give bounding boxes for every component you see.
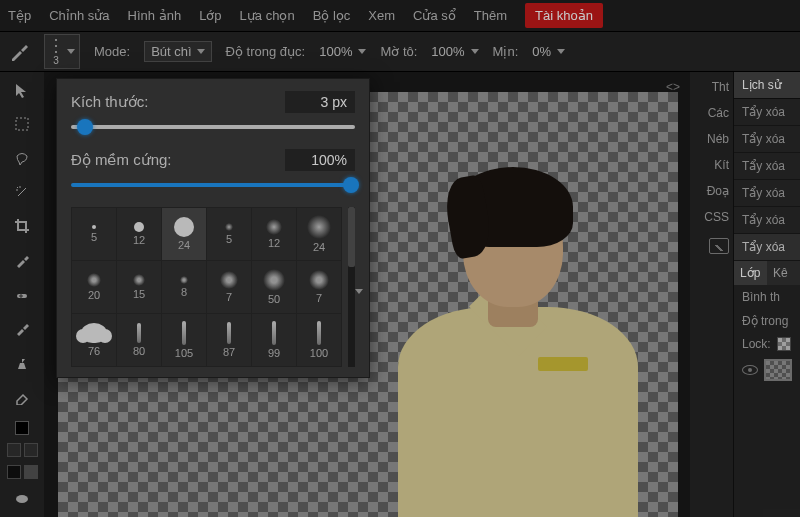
menu-edit[interactable]: Chỉnh sửa	[49, 8, 109, 23]
clone-tool[interactable]	[7, 349, 37, 377]
brush-swatch-icon	[307, 215, 331, 239]
opacity-label: Độ trong đục:	[226, 44, 306, 59]
doc-thumbs[interactable]	[7, 443, 38, 457]
layer-opacity[interactable]: Độ trong	[734, 309, 800, 333]
brush-preset[interactable]: 5	[72, 208, 116, 260]
brush-preset[interactable]: 50	[252, 261, 296, 313]
brush-preset[interactable]: 99	[252, 314, 296, 366]
brush-tool[interactable]	[7, 315, 37, 343]
menu-select[interactable]: Lựa chọn	[240, 8, 295, 23]
history-item[interactable]: Tẩy xóa	[734, 180, 800, 207]
color-swatches[interactable]	[15, 421, 29, 435]
menu-view[interactable]: Xem	[368, 8, 395, 23]
eyedropper-tool[interactable]	[7, 246, 37, 274]
brush-preset[interactable]: 7	[297, 261, 341, 313]
brush-size-number: 20	[88, 289, 100, 301]
history-item[interactable]: Tẩy xóa	[734, 153, 800, 180]
brush-swatch-icon	[225, 223, 233, 231]
brush-swatch-icon	[87, 273, 101, 287]
brush-size-number: 50	[268, 293, 280, 305]
scrollbar[interactable]	[348, 207, 355, 367]
tab-channels[interactable]: Kê	[767, 261, 800, 285]
brush-preset[interactable]: 20	[72, 261, 116, 313]
healing-tool[interactable]	[7, 281, 37, 309]
lasso-tool[interactable]	[7, 144, 37, 172]
smooth-value[interactable]: 0%	[532, 44, 551, 59]
blend-mode[interactable]: Bình th	[734, 285, 800, 309]
flow-value[interactable]: 100%	[431, 44, 464, 59]
hardness-slider[interactable]	[71, 177, 355, 193]
crop-tool[interactable]	[7, 212, 37, 240]
brush-preset[interactable]: 87	[207, 314, 251, 366]
tool-bar	[0, 72, 44, 517]
chevron-down-icon[interactable]	[557, 49, 565, 54]
brush-preset[interactable]: 24	[297, 208, 341, 260]
mini-panel[interactable]: Đoạ	[707, 184, 729, 198]
eraser-tool[interactable]	[7, 383, 37, 411]
brush-preset[interactable]: 105	[162, 314, 206, 366]
mini-panel[interactable]: Kít	[714, 158, 729, 172]
chevron-down-icon[interactable]	[355, 289, 363, 294]
lock-transparency-icon[interactable]	[777, 337, 791, 351]
options-bar: 3 Mode: Bút chì Độ trong đục: 100% Mờ tô…	[0, 32, 800, 72]
visibility-icon[interactable]	[742, 365, 758, 375]
doc-thumbs-2[interactable]	[7, 465, 38, 479]
layer-thumbnail[interactable]	[764, 359, 792, 381]
flow-label: Mờ tô:	[380, 44, 417, 59]
brush-preset[interactable]: 7	[207, 261, 251, 313]
image-icon[interactable]	[709, 238, 729, 254]
shape-tool[interactable]	[7, 485, 37, 513]
mini-panel[interactable]: CSS	[704, 210, 729, 224]
marquee-tool[interactable]	[7, 110, 37, 138]
brush-swatch-icon	[133, 274, 145, 286]
history-item[interactable]: Tẩy xóa	[734, 126, 800, 153]
brush-preset[interactable]: 24	[162, 208, 206, 260]
brush-size-number: 12	[133, 234, 145, 246]
layer-row[interactable]	[734, 355, 800, 385]
brush-size-number: 76	[88, 345, 100, 357]
menu-window[interactable]: Cửa sổ	[413, 8, 456, 23]
brush-swatch-icon	[220, 271, 238, 289]
menu-filter[interactable]: Bộ lọc	[313, 8, 351, 23]
tab-layers[interactable]: Lớp	[734, 261, 767, 285]
menu-more[interactable]: Thêm	[474, 8, 507, 23]
history-item[interactable]: Tẩy xóa	[734, 99, 800, 126]
brush-preset[interactable]: 15	[117, 261, 161, 313]
size-input[interactable]: 3 px	[285, 91, 355, 113]
brush-preset[interactable]: 5	[207, 208, 251, 260]
brush-swatch-icon	[174, 217, 194, 237]
move-tool[interactable]	[7, 76, 37, 104]
menu-file[interactable]: Tệp	[8, 8, 31, 23]
menu-image[interactable]: Hình ảnh	[128, 8, 182, 23]
hardness-input[interactable]: 100%	[285, 149, 355, 171]
brush-preset[interactable]: 12	[117, 208, 161, 260]
brush-size-number: 7	[226, 291, 232, 303]
embed-icon[interactable]: <>	[666, 80, 680, 94]
opacity-value[interactable]: 100%	[319, 44, 352, 59]
size-slider[interactable]	[71, 119, 355, 135]
menu-layer[interactable]: Lớp	[199, 8, 221, 23]
brush-preset[interactable]: 76	[72, 314, 116, 366]
brush-preset[interactable]: 8	[162, 261, 206, 313]
history-item[interactable]: Tẩy xóa	[734, 234, 800, 261]
mini-panel[interactable]: Các	[708, 106, 729, 120]
brush-swatch-icon	[227, 322, 231, 344]
brush-preset[interactable]: 80	[117, 314, 161, 366]
right-panels: Tht Các Néb Kít Đoạ CSS Lịch sử Tẩy xóa …	[690, 72, 800, 517]
brush-size-number: 8	[181, 286, 187, 298]
brush-swatch-icon	[182, 321, 186, 345]
mini-panel[interactable]: Néb	[707, 132, 729, 146]
tab-history[interactable]: Lịch sử	[734, 72, 800, 99]
chevron-down-icon[interactable]	[358, 49, 366, 54]
account-button[interactable]: Tài khoản	[525, 3, 603, 28]
mode-select[interactable]: Bút chì	[144, 41, 211, 62]
brush-size-number: 24	[178, 239, 190, 251]
brush-preset[interactable]: 100	[297, 314, 341, 366]
brush-swatch-icon	[92, 225, 96, 229]
chevron-down-icon[interactable]	[471, 49, 479, 54]
mini-panel[interactable]: Tht	[712, 80, 729, 94]
brush-preset-picker[interactable]: 3	[44, 34, 80, 69]
wand-tool[interactable]	[7, 178, 37, 206]
history-item[interactable]: Tẩy xóa	[734, 207, 800, 234]
brush-preset[interactable]: 12	[252, 208, 296, 260]
